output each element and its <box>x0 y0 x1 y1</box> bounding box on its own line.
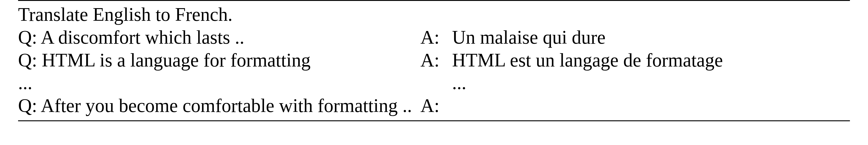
answer-label: A: <box>421 94 452 117</box>
question-cell: Q: A discomfort which lasts .. <box>18 26 421 49</box>
ellipsis: ... <box>452 71 850 94</box>
ellipsis: ... <box>18 71 421 94</box>
answer-label: A: <box>421 26 452 49</box>
example-grid: Translate English to French. Q: A discom… <box>18 1 850 120</box>
answer-cell: Un malaise qui dure <box>452 26 850 49</box>
answer-cell <box>452 94 850 117</box>
answer-label: A: <box>421 49 452 72</box>
question-cell: Q: HTML is a language for formatting <box>18 49 421 72</box>
question-cell: Q: After you become comfortable with for… <box>18 94 421 117</box>
table-wrap: Translate English to French. Q: A discom… <box>0 0 868 121</box>
instruction-line: Translate English to French. <box>18 3 850 26</box>
answer-cell: HTML est un langage de formatage <box>452 49 850 72</box>
answer-label <box>421 71 452 94</box>
bottom-rule <box>18 120 850 121</box>
